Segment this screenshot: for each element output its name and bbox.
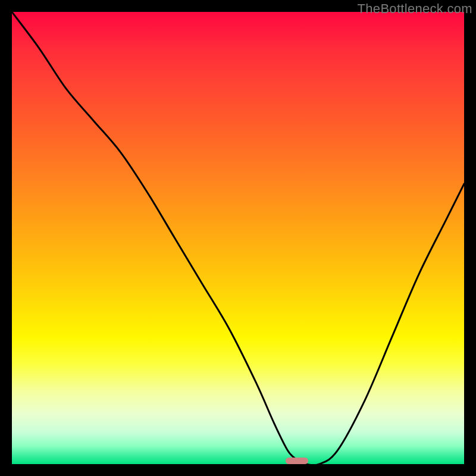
chart-svg <box>12 12 464 464</box>
optimal-point-marker <box>286 458 308 464</box>
bottleneck-curve <box>12 12 464 464</box>
watermark-text: TheBottleneck.com <box>358 1 472 17</box>
